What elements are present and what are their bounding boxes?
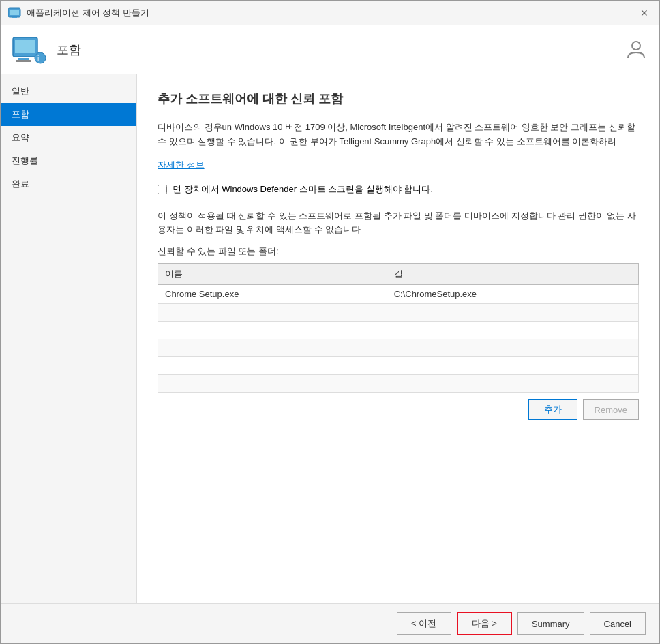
- table-row-empty: [158, 304, 639, 322]
- user-icon: [624, 37, 648, 62]
- sidebar: 일반 포함 요약 진행률 완료: [1, 74, 137, 603]
- table-row-empty: [158, 322, 639, 339]
- main-window: 애플리케이션 제어 정책 만들기 ✕ i 포함 일반 포함: [0, 0, 660, 644]
- table-buttons: 추가 Remove: [158, 399, 639, 420]
- cancel-button[interactable]: Cancel: [590, 612, 646, 635]
- summary-button[interactable]: Summary: [518, 612, 584, 635]
- svg-point-9: [632, 42, 640, 50]
- svg-rect-2: [12, 17, 17, 18]
- title-bar: 애플리케이션 제어 정책 만들기 ✕: [1, 1, 659, 25]
- svg-rect-6: [16, 60, 31, 62]
- table-row-empty: [158, 375, 639, 393]
- col-path-header: 길: [387, 264, 638, 285]
- sidebar-item-complete[interactable]: 완료: [1, 172, 136, 196]
- header-icon: i: [12, 32, 47, 67]
- svg-text:i: i: [38, 55, 39, 62]
- info-link[interactable]: 자세한 정보: [158, 159, 205, 171]
- description-2: 이 정책이 적용될 때 신뢰할 수 있는 소프트웨어로 포함될 추가 파일 및 …: [158, 209, 639, 238]
- files-label: 신뢰할 수 있는 파일 또는 폴더:: [158, 245, 639, 258]
- header-area: i 포함: [1, 25, 659, 74]
- remove-button[interactable]: Remove: [583, 399, 639, 420]
- svg-point-7: [35, 52, 46, 63]
- svg-rect-5: [18, 58, 29, 60]
- table-row-empty: [158, 339, 639, 357]
- content-area: 추가 소프트웨어에 대한 신뢰 포함 디바이스의 경우un Windows 10…: [137, 74, 659, 603]
- sidebar-item-general[interactable]: 일반: [1, 80, 136, 103]
- svg-rect-4: [15, 40, 35, 53]
- header-title: 포함: [57, 42, 81, 58]
- main-area: 일반 포함 요약 진행률 완료 추가 소프트웨어에 대한 신뢰 포함 디바이스의…: [1, 74, 659, 603]
- page-title: 추가 소프트웨어에 대한 신뢰 포함: [158, 91, 639, 107]
- title-bar-text: 애플리케이션 제어 정책 만들기: [27, 7, 636, 19]
- add-button[interactable]: 추가: [528, 399, 578, 420]
- bottom-bar: < 이전 다음 > Summary Cancel: [1, 603, 659, 643]
- col-name-header: 이름: [158, 264, 387, 285]
- description-1: 디바이스의 경우un Windows 10 버전 1709 이상, Micros…: [158, 121, 639, 149]
- checkbox-row: 면 장치에서 Windows Defender 스마트 스크린을 실행해야 합니…: [158, 183, 639, 196]
- prev-button[interactable]: < 이전: [397, 612, 451, 635]
- sidebar-item-include[interactable]: 포함: [1, 103, 136, 126]
- table-cell-path: C:\ChromeSetup.exe: [387, 285, 638, 304]
- checkbox-label: 면 장치에서 Windows Defender 스마트 스크린을 실행해야 합니…: [172, 183, 433, 196]
- close-button[interactable]: ✕: [636, 5, 652, 21]
- sidebar-item-progress[interactable]: 진행률: [1, 149, 136, 172]
- table-cell-name: Chrome Setup.exe: [158, 285, 387, 304]
- next-button[interactable]: 다음 >: [457, 612, 512, 635]
- file-table: 이름 길 Chrome Setup.exeC:\ChromeSetup.exe: [158, 263, 639, 393]
- smart-screen-checkbox[interactable]: [158, 185, 167, 194]
- svg-rect-1: [10, 10, 19, 15]
- table-row-empty: [158, 357, 639, 375]
- table-row[interactable]: Chrome Setup.exeC:\ChromeSetup.exe: [158, 285, 639, 304]
- title-icon: [7, 6, 21, 20]
- sidebar-item-summary[interactable]: 요약: [1, 126, 136, 149]
